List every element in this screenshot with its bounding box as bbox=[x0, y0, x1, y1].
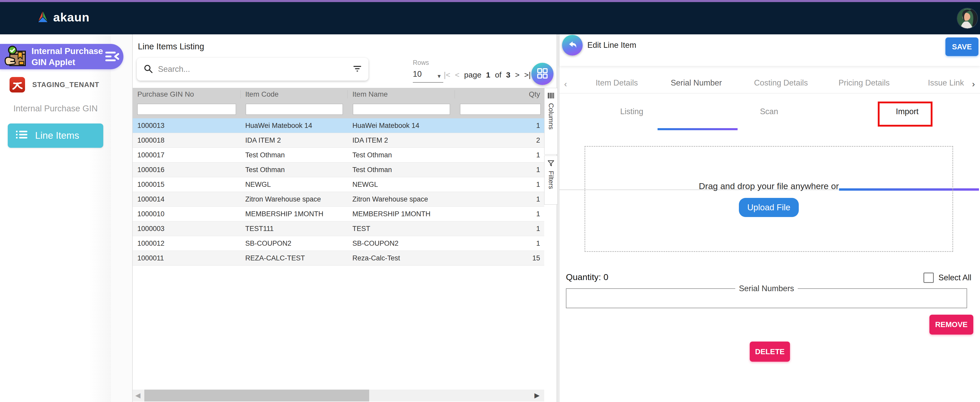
cell-gin: 1000018 bbox=[133, 136, 240, 144]
rows-per-page-control[interactable]: Rows 10 ▼ bbox=[413, 59, 446, 79]
sub-tab-scan[interactable]: Scan bbox=[760, 107, 778, 116]
cell-code: Zitron Warehouse space bbox=[240, 195, 348, 203]
column-header-purchase-gin-no[interactable]: Purchase GIN No bbox=[133, 90, 240, 99]
cell-code: Test Othman bbox=[240, 166, 348, 174]
filter-input-qty[interactable] bbox=[460, 104, 541, 115]
cell-name: IDA ITEM 2 bbox=[348, 136, 455, 144]
tab-serial-number[interactable]: Serial Number bbox=[671, 78, 722, 88]
filters-tab-label: Filters bbox=[547, 171, 555, 189]
last-page-button[interactable]: >| bbox=[524, 70, 531, 79]
columns-icon bbox=[547, 92, 554, 100]
columns-panel-tab[interactable]: Columns bbox=[544, 88, 558, 155]
sub-tab-import[interactable]: Import bbox=[896, 107, 918, 116]
table-row[interactable]: 1000010MEMBERSHIP 1MONTHMEMBERSHIP 1MONT… bbox=[133, 207, 544, 222]
next-page-button[interactable]: > bbox=[515, 70, 520, 79]
cell-gin: 1000013 bbox=[133, 122, 240, 130]
sidebar-item-line-items[interactable]: Line Items bbox=[8, 123, 103, 148]
tenant-row[interactable]: STAGING_TENANT bbox=[10, 77, 99, 93]
cell-qty: 15 bbox=[455, 254, 544, 262]
serial-numbers-fieldset[interactable]: Serial Numbers bbox=[566, 284, 967, 308]
package-icon bbox=[5, 45, 28, 68]
columns-tab-label: Columns bbox=[547, 103, 555, 130]
cell-gin: 1000014 bbox=[133, 195, 240, 203]
select-all-label: Select All bbox=[939, 273, 972, 282]
page-word: page bbox=[464, 70, 482, 79]
table-row[interactable]: 1000003TEST111TEST1 bbox=[133, 222, 544, 236]
file-dropzone[interactable]: Drag and drop your file anywhere or Uplo… bbox=[584, 146, 953, 252]
prev-page-button[interactable]: < bbox=[455, 70, 460, 79]
tab-item-details[interactable]: Item Details bbox=[596, 78, 638, 88]
column-header-item-name[interactable]: Item Name bbox=[348, 90, 455, 99]
cell-gin: 1000011 bbox=[133, 254, 240, 262]
filter-input-item-name[interactable] bbox=[353, 104, 450, 115]
filters-panel-tab[interactable]: Filters bbox=[544, 156, 558, 205]
current-page: 1 bbox=[486, 70, 490, 79]
scrollbar-thumb[interactable] bbox=[144, 389, 369, 402]
scroll-right-icon[interactable]: ▶ bbox=[535, 391, 539, 399]
tabs-scroll-right-icon[interactable]: › bbox=[972, 79, 975, 89]
filter-input-purchase-gin-no[interactable] bbox=[137, 104, 236, 115]
tab-costing-details[interactable]: Costing Details bbox=[754, 78, 808, 88]
akaun-logo[interactable]: akaun bbox=[36, 9, 89, 25]
applet-banner-label: Internal Purchase GIN Applet bbox=[32, 45, 103, 68]
filter-list-icon[interactable] bbox=[353, 65, 362, 73]
sidebar-gap bbox=[111, 34, 133, 402]
tabs-scroll-left-icon[interactable]: ‹ bbox=[564, 79, 567, 89]
sub-tab-listing[interactable]: Listing bbox=[620, 107, 643, 116]
delete-button[interactable]: DELETE bbox=[750, 341, 790, 362]
cell-gin: 1000015 bbox=[133, 180, 240, 188]
cell-qty: 1 bbox=[455, 210, 544, 218]
top-navbar: akaun bbox=[0, 2, 980, 34]
cell-name: Test Othman bbox=[348, 151, 455, 159]
search-icon bbox=[143, 64, 153, 74]
cell-code: IDA ITEM 2 bbox=[240, 136, 348, 144]
column-header-qty[interactable]: Qty bbox=[455, 90, 544, 99]
cell-code: TEST111 bbox=[240, 225, 348, 233]
applet-banner[interactable]: Internal Purchase GIN Applet bbox=[0, 44, 123, 69]
first-page-button[interactable]: |< bbox=[444, 70, 450, 79]
of-word: of bbox=[495, 70, 501, 79]
select-all-checkbox[interactable] bbox=[923, 273, 934, 283]
table-row[interactable]: 1000011REZA-CALC-TESTReza-Calc-Test15 bbox=[133, 251, 544, 266]
cell-gin: 1000012 bbox=[133, 239, 240, 247]
back-button[interactable] bbox=[562, 35, 583, 56]
tabs-divider bbox=[560, 93, 980, 94]
table-row[interactable]: 1000015NEWGLNEWGL1 bbox=[133, 177, 544, 192]
filter-input-item-code[interactable] bbox=[246, 104, 343, 115]
tab-issue-link[interactable]: Issue Link bbox=[928, 78, 964, 88]
scroll-left-icon[interactable]: ◀ bbox=[135, 391, 140, 399]
editor-title: Edit Line Item bbox=[587, 41, 636, 50]
funnel-icon bbox=[547, 160, 554, 168]
cell-name: HuaWei Matebook 14 bbox=[348, 122, 455, 130]
editor-tabs: ‹ Item Details Serial Number Costing Det… bbox=[560, 71, 980, 94]
table-row[interactable]: 1000018IDA ITEM 2IDA ITEM 22 bbox=[133, 133, 544, 148]
search-input[interactable] bbox=[158, 64, 348, 74]
cell-qty: 2 bbox=[455, 136, 544, 144]
table-row[interactable]: 1000017Test OthmanTest Othman1 bbox=[133, 148, 544, 163]
cell-code: HuaWei Matebook 14 bbox=[240, 122, 348, 130]
table-row[interactable]: 1000016Test OthmanTest Othman1 bbox=[133, 163, 544, 177]
tab-pricing-details[interactable]: Pricing Details bbox=[838, 78, 889, 88]
total-pages: 3 bbox=[506, 70, 511, 79]
remove-button[interactable]: REMOVE bbox=[929, 315, 973, 335]
table-row[interactable]: 1000013HuaWei Matebook 14HuaWei Matebook… bbox=[133, 118, 544, 133]
cell-gin: 1000003 bbox=[133, 225, 240, 233]
table-row[interactable]: 1000012SB-COUPON2SB-COUPON21 bbox=[133, 236, 544, 251]
grid-view-button[interactable] bbox=[531, 63, 554, 85]
column-header-item-code[interactable]: Item Code bbox=[240, 90, 348, 99]
line-items-listing-panel: Line Items Listing Rows 10 ▼ |< < page 1… bbox=[132, 34, 557, 402]
sidebar: Internal Purchase GIN Applet bbox=[0, 34, 111, 402]
upload-file-button[interactable]: Upload File bbox=[739, 198, 799, 217]
user-avatar[interactable] bbox=[957, 8, 977, 29]
table-row[interactable]: 1000014Zitron Warehouse spaceZitron Ware… bbox=[133, 192, 544, 207]
chevron-down-icon[interactable]: ▼ bbox=[437, 73, 442, 79]
pagination: |< < page 1 of 3 > >| bbox=[444, 70, 531, 79]
cell-qty: 1 bbox=[455, 122, 544, 130]
logo-text: akaun bbox=[53, 10, 89, 24]
horizontal-scrollbar[interactable]: ◀ ▶ bbox=[133, 389, 544, 402]
cell-code: MEMBERSHIP 1MONTH bbox=[240, 210, 348, 218]
save-button[interactable]: SAVE bbox=[945, 37, 978, 56]
editor-header: Edit Line Item SAVE bbox=[560, 34, 980, 66]
collapse-sidebar-icon[interactable] bbox=[105, 51, 120, 62]
cell-gin: 1000017 bbox=[133, 151, 240, 159]
